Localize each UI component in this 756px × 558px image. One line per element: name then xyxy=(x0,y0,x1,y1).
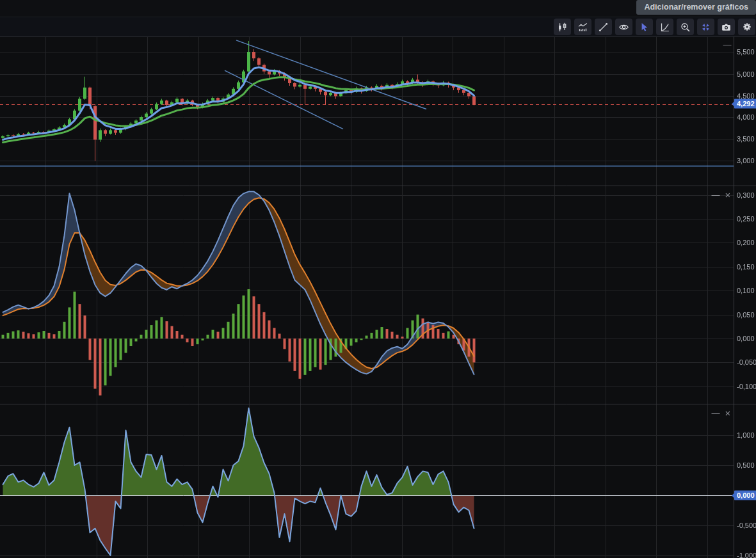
macd-axis-label: -0,050 xyxy=(737,358,756,366)
add-remove-charts-tooltip: Adicionar/remover gráficos xyxy=(636,0,756,15)
zoom-in-button[interactable] xyxy=(677,19,694,35)
axis-scale-icon xyxy=(659,22,670,33)
price-axis-label: 5,000 xyxy=(737,70,755,78)
price-pane[interactable] xyxy=(0,37,734,186)
eye-icon xyxy=(618,22,629,33)
macd-axis-label: 0,200 xyxy=(737,239,755,246)
macd-axis-label: 0,300 xyxy=(737,191,755,199)
macd-axis-label: 0,000 xyxy=(737,335,755,342)
minimize-macd-pane-button[interactable]: — xyxy=(711,191,721,200)
trendline-icon xyxy=(598,22,609,33)
minimize-price-pane-button[interactable]: — xyxy=(722,40,732,49)
macd-pane[interactable] xyxy=(0,186,734,404)
visibility-button[interactable] xyxy=(615,19,632,35)
oscillator-axis-label: 0,500 xyxy=(737,461,755,469)
axis-scale-button[interactable] xyxy=(656,19,673,35)
trendline-tool-button[interactable] xyxy=(595,19,612,35)
oscillator-axis-label: -0,500 xyxy=(737,522,756,529)
snapshot-button[interactable] xyxy=(718,19,735,35)
cursor-icon xyxy=(639,22,650,33)
camera-icon xyxy=(721,22,732,33)
fit-icon xyxy=(700,22,711,33)
fit-chart-button[interactable] xyxy=(697,19,714,35)
minimize-oscillator-pane-button[interactable]: — xyxy=(711,409,721,418)
price-axis-label: 4,500 xyxy=(737,92,755,100)
gear-icon xyxy=(741,21,753,33)
price-last-value-label: 4,292 xyxy=(734,99,756,109)
cursor-tool-button[interactable] xyxy=(636,19,653,35)
candlestick-style-button[interactable] xyxy=(554,19,571,35)
chart-toolbar xyxy=(554,19,755,35)
settings-button[interactable] xyxy=(738,19,755,35)
macd-axis-label: 0,050 xyxy=(737,311,755,319)
trading-platform: Adicionar/remover gráficos 5,5005,0004,5… xyxy=(0,0,756,558)
price-axis-label: 3,500 xyxy=(737,135,755,143)
price-axis-label: 5,500 xyxy=(737,48,755,56)
zoom-in-icon xyxy=(680,22,691,33)
candles-icon xyxy=(557,22,568,33)
macd-axis-label: 0,150 xyxy=(737,263,755,271)
macd-axis-label: 0,100 xyxy=(737,287,755,294)
price-axis-label: 4,000 xyxy=(737,113,755,121)
macd-axis-label: 0,250 xyxy=(737,215,755,223)
oscillator-axis-label: 1,000 xyxy=(737,431,755,439)
oscillator-pane[interactable] xyxy=(0,404,734,558)
indicators-icon xyxy=(577,22,588,33)
indicators-button[interactable] xyxy=(574,19,591,35)
close-macd-pane-button[interactable]: × xyxy=(723,191,733,200)
close-oscillator-pane-button[interactable]: × xyxy=(723,409,733,418)
price-axis-label: 3,000 xyxy=(737,157,755,164)
oscillator-last-value-label: 0,000 xyxy=(734,491,756,500)
oscillator-axis-label: -1,000 xyxy=(737,552,756,558)
macd-axis-label: -0,100 xyxy=(737,383,756,390)
